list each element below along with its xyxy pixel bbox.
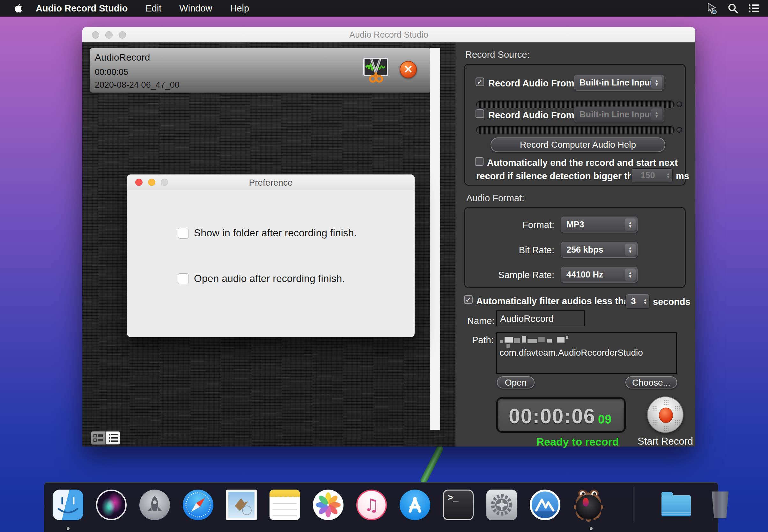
menu-window[interactable]: Window: [179, 3, 212, 14]
record-audio-2-label: Record Audio From:: [488, 110, 577, 121]
record-audio-1-checkbox[interactable]: [476, 78, 484, 86]
dock-item-siri[interactable]: [96, 490, 127, 520]
dock-item-launchpad[interactable]: [139, 490, 170, 520]
recording-list-item[interactable]: AudioRecord 00:00:05 2020-08-24 06_47_00: [90, 48, 431, 93]
desktop: Audio Record Studio Edit Window Help: [0, 0, 768, 532]
silence-detection-checkbox[interactable]: [475, 157, 484, 166]
record-source-label: Record Source:: [465, 49, 530, 60]
dock-divider: [633, 487, 633, 523]
show-in-folder-label: Show in folder after recording finish.: [194, 227, 357, 239]
open-button[interactable]: Open: [497, 376, 535, 388]
record-source-2-dropdown[interactable]: Built-in Line Input ▲▼: [574, 107, 664, 122]
menu-help[interactable]: Help: [230, 3, 249, 14]
dock-item-safari[interactable]: [183, 490, 213, 520]
level-meter-2-knob: [676, 127, 682, 133]
stepper-arrows-icon: ▲▼: [625, 244, 636, 256]
start-record-button[interactable]: [647, 396, 683, 433]
siri-icon: [96, 490, 127, 520]
show-in-folder-checkbox[interactable]: [178, 228, 189, 239]
scrollbar[interactable]: [430, 48, 440, 430]
silence-detection-line2: record if silence detection bigger than: [476, 171, 644, 181]
terminal-icon: >_: [443, 490, 474, 520]
timer-display: 00:00:06 09: [496, 397, 626, 433]
dock-item-app-store[interactable]: [400, 490, 430, 520]
open-audio-checkbox[interactable]: [178, 273, 189, 284]
dock-item-notes[interactable]: [270, 490, 300, 520]
silence-detection-line1: Automatically end the record and start n…: [487, 158, 678, 168]
filter-audios-checkbox[interactable]: [464, 295, 473, 304]
stepper-arrows-icon: ▲▼: [651, 77, 662, 89]
stepper-arrows-icon: ▲▼: [651, 108, 662, 121]
record-computer-audio-help-button[interactable]: Record Computer Audio Help: [491, 137, 665, 152]
edit-waveform-icon[interactable]: [363, 58, 388, 84]
wallpaper-plant-stem: [419, 445, 444, 484]
dock: ♫ >_: [44, 482, 718, 532]
level-meter-1-knob: [676, 101, 682, 107]
stepper-arrows-icon: ▲▼: [641, 298, 649, 305]
notes-icon: [270, 490, 300, 520]
path-label: Path:: [472, 335, 494, 345]
dock-item-music[interactable]: ♫: [356, 490, 387, 520]
delete-recording-button[interactable]: ✕: [400, 61, 417, 78]
bitrate-dropdown[interactable]: 256 kbps ▲▼: [561, 242, 638, 258]
view-toggle: [91, 431, 120, 445]
audio-format-label: Audio Format:: [466, 193, 524, 203]
main-window-titlebar[interactable]: Audio Record Studio: [82, 27, 695, 42]
dock-item-mail[interactable]: [226, 490, 257, 520]
record-audio-1-label: Record Audio From:: [488, 78, 577, 89]
window-title: Audio Record Studio: [82, 30, 695, 40]
list-view-button[interactable]: [106, 431, 120, 445]
timer-time: 00:00:06: [509, 404, 595, 428]
apple-menu[interactable]: [13, 2, 24, 15]
filter-unit-label: seconds: [653, 297, 690, 307]
search-icon[interactable]: [726, 1, 740, 15]
bitrate-label: Bit Rate:: [465, 245, 554, 255]
recording-timestamp: 2020-08-24 06_47_00: [95, 80, 180, 90]
menu-app-name[interactable]: Audio Record Studio: [36, 3, 128, 14]
open-audio-row: Open audio after recording finish.: [178, 273, 345, 284]
dock-item-trash[interactable]: [705, 490, 735, 520]
stepper-arrows-icon: ▲▼: [625, 269, 636, 281]
system-preferences-icon: [486, 490, 517, 520]
notification-list-icon[interactable]: [747, 1, 761, 15]
name-label: Name:: [467, 316, 494, 326]
mountain-app-icon: [530, 490, 560, 520]
grid-view-button[interactable]: [91, 431, 106, 445]
dock-item-finder[interactable]: [53, 490, 83, 520]
screen-pointer-icon[interactable]: [705, 1, 719, 15]
menu-edit[interactable]: Edit: [145, 3, 161, 14]
choose-button[interactable]: Choose...: [625, 376, 677, 388]
open-audio-label: Open audio after recording finish.: [194, 273, 345, 284]
music-icon: ♫: [356, 490, 387, 520]
dock-item-mountain-app[interactable]: [530, 490, 560, 520]
record-dot-icon: [659, 408, 673, 423]
settings-pane: Record Source: Record Audio From: Built-…: [455, 42, 695, 447]
redacted-path-segment: [500, 336, 573, 346]
apple-icon: [13, 3, 23, 14]
preference-dialog: Preference Show in folder after recordin…: [127, 174, 415, 337]
record-source-1-dropdown[interactable]: Built-in Line Input ▲▼: [574, 75, 664, 91]
format-dropdown[interactable]: MP3 ▲▼: [561, 217, 638, 233]
trash-icon: [711, 491, 730, 518]
format-label: Format:: [465, 220, 554, 230]
dock-item-photos[interactable]: [313, 490, 343, 520]
mail-icon: [226, 490, 257, 520]
filter-seconds-stepper[interactable]: 3 ▲▼: [625, 294, 650, 309]
recording-duration: 00:00:05: [95, 67, 128, 77]
dock-item-terminal[interactable]: >_: [443, 490, 474, 520]
audio-record-studio-icon: [573, 490, 604, 520]
preference-titlebar[interactable]: Preference: [127, 174, 415, 190]
path-bundle-id: com.dfavteam.AudioRecorderStudio: [499, 348, 643, 358]
silence-ms-stepper[interactable]: 150 ▲▼: [631, 168, 673, 182]
silence-unit-label: ms: [676, 171, 689, 181]
dock-item-system-preferences[interactable]: [486, 490, 517, 520]
show-in-folder-row: Show in folder after recording finish.: [178, 227, 357, 239]
dock-item-audio-record-studio[interactable]: [573, 490, 604, 520]
samplerate-label: Sample Rate:: [465, 270, 554, 280]
dock-item-folder[interactable]: [661, 490, 692, 520]
level-meter-2: [476, 126, 675, 134]
samplerate-dropdown[interactable]: 44100 Hz ▲▼: [561, 267, 638, 283]
name-input[interactable]: AudioRecord: [496, 310, 585, 326]
record-audio-2-checkbox[interactable]: [476, 109, 484, 118]
folder-icon: [661, 495, 691, 516]
